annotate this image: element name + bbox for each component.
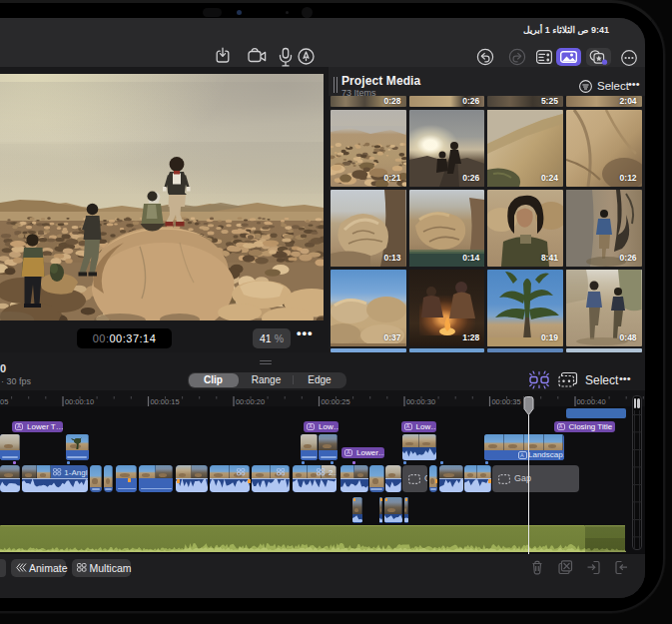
svg-text:00:00:35: 00:00:35 [491,397,520,406]
svg-text:00:00:20: 00:00:20 [236,397,265,406]
svg-text:A: A [520,452,524,458]
svg-text:05: 05 [0,397,8,406]
svg-text:00:00:30: 00:00:30 [406,397,435,406]
svg-text:00:00:15: 00:00:15 [150,397,179,406]
svg-text:00:00:40: 00:00:40 [576,397,605,406]
svg-text:00:00:25: 00:00:25 [321,397,349,406]
svg-text:00:00:10: 00:00:10 [65,397,94,406]
